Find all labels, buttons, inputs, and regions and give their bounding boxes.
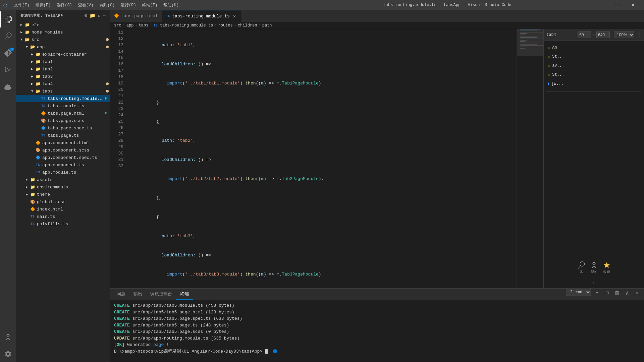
info-text: [W... (551, 81, 564, 86)
menu-run[interactable]: 运行(R) (118, 2, 139, 9)
menu-select[interactable]: 选择(S) (54, 2, 75, 9)
tree-item-tabs-page-html[interactable]: ▶ 🔶 tabs.page.html M (16, 110, 110, 117)
html-file-icon: 🔶 (30, 206, 36, 212)
tree-item-label: tabs.page.html (48, 111, 105, 116)
activity-extensions[interactable] (0, 78, 16, 95)
folder-open-icon: 📂 (35, 88, 41, 94)
toolbar-icon1[interactable]: ⋮ (637, 32, 641, 38)
tree-item-src[interactable]: ▼ 📂 src (16, 36, 110, 43)
sidebar-tree: ▶ 📁 e2e ▶ 📁 node_modules ▼ 📂 src ▼ 📂 (16, 21, 110, 362)
editor-tab-html[interactable]: 🔶 tabs.page.html (110, 10, 162, 22)
tab-terminal[interactable]: 终端 (176, 288, 193, 300)
tree-item-e2e[interactable]: ▶ 📁 e2e (16, 21, 110, 28)
goto-column-input[interactable] (596, 32, 610, 38)
tree-item-app-module-ts[interactable]: ▶ TS app.module.ts (16, 169, 110, 176)
tree-item-tabs-page-spec[interactable]: ▶ 🔷 tabs.page.spec.ts (16, 124, 110, 132)
tree-item-tab4[interactable]: ▶ 📁 tab4 (16, 80, 110, 87)
panel-up-button[interactable]: ∧ (623, 289, 631, 297)
zoom-select[interactable]: 100% 75% 50% (614, 32, 634, 38)
menu-file[interactable]: 文件(F) (11, 2, 32, 9)
new-file-icon[interactable]: ⊕ (85, 13, 88, 18)
tree-item-global-scss[interactable]: ▶ 🎨 global.scss (16, 198, 110, 205)
close-panel-button[interactable]: ✕ (633, 289, 641, 297)
tree-item-tab3[interactable]: ▶ 📁 tab3 (16, 73, 110, 80)
editor-tab-ts[interactable]: TS tabs-routing.module.ts ✕ (162, 10, 241, 22)
bottom-tabs: 问题 输出 调试控制台 终端 2: cmd + ⊟ 🗑 ∧ ✕ (110, 289, 644, 300)
menu-goto[interactable]: 转到(G) (97, 2, 117, 9)
expand-right-icon[interactable]: › (593, 281, 595, 286)
breadcrumb-tabs[interactable]: tabs (139, 23, 149, 28)
new-folder-icon[interactable]: 📁 (90, 13, 96, 18)
close-button[interactable]: ✕ (625, 0, 641, 10)
terminal-content[interactable]: CREATE src/app/tab5/tab5.module.ts (458 … (110, 300, 644, 362)
code-content[interactable]: path: 'tab1', loadChildren: () => import… (127, 29, 517, 288)
terminal-select[interactable]: 2: cmd (566, 288, 591, 296)
tree-item-theme[interactable]: ▶ 📁 theme (16, 191, 110, 198)
tree-item-app-component-scss[interactable]: ▶ 🎨 app.component.scss (16, 146, 110, 154)
tree-item-label: app.component.html (42, 140, 110, 145)
tree-item-tabs-page-scss[interactable]: ▶ 🎨 tabs.page.scss (16, 117, 110, 124)
arrow-icon: ▶ (19, 29, 24, 35)
tree-item-index-html[interactable]: ▶ 🔶 index.html (16, 205, 110, 213)
delete-terminal-button[interactable]: 🗑 (613, 289, 621, 297)
tree-item-environments[interactable]: ▶ 📁 environments (16, 183, 110, 191)
html-file-icon: 🔶 (40, 110, 46, 116)
line-num-16: 16 (113, 61, 123, 67)
tab-close-button[interactable]: ✕ (232, 13, 237, 19)
breadcrumb-children[interactable]: children (238, 23, 257, 28)
code-area[interactable]: 11 12 13 14 15 16 17 18 19 20 21 22 23 2… (110, 29, 517, 288)
tab-debug-console[interactable]: 调试控制台 (146, 288, 176, 300)
code-line-21: path: 'tab3', (130, 233, 513, 239)
search-section[interactable]: 讯 (578, 261, 585, 274)
split-terminal-button[interactable]: ⊟ (603, 289, 611, 297)
activity-explorer[interactable] (0, 11, 16, 27)
goto-line-input[interactable] (578, 32, 591, 38)
breadcrumb-path[interactable]: path (262, 23, 272, 28)
tree-item-polyfills-ts[interactable]: ▶ TS polyfills.ts (16, 220, 110, 228)
breadcrumb-routes[interactable]: routes (218, 23, 233, 28)
tree-item-app-component-ts[interactable]: ▶ TS app.component.ts (16, 161, 110, 169)
refresh-icon[interactable]: ↻ (98, 13, 101, 18)
activity-search[interactable] (0, 28, 16, 44)
window-title: tabs-routing.module.ts — tabsApp — Visua… (303, 3, 592, 7)
tab-problems[interactable]: 问题 (113, 288, 129, 300)
activity-run[interactable] (0, 62, 16, 78)
collapse-all-icon[interactable]: ⋯ (103, 13, 106, 18)
tree-item-tab1[interactable]: ▶ 📁 tab1 (16, 58, 110, 65)
breadcrumb-app[interactable]: app (126, 23, 134, 28)
tree-item-tabs-page-ts[interactable]: ▶ TS tabs.page.ts (16, 132, 110, 139)
terminal-line-1: CREATE src/app/tab5/tab5.module.ts (458 … (114, 302, 640, 309)
tree-item-tabs-routing[interactable]: ▶ TS tabs-routing.module.ts M (16, 95, 110, 102)
activity-settings[interactable] (0, 346, 16, 362)
tree-item-assets[interactable]: ▶ 📁 assets (16, 176, 110, 183)
breadcrumb-src[interactable]: src (114, 23, 121, 28)
breadcrumb-sep: › (150, 23, 152, 28)
tree-item-tabs[interactable]: ▼ 📂 tabs (16, 87, 110, 95)
maximize-button[interactable]: □ (610, 0, 625, 10)
folder-icon: 📁 (35, 59, 41, 65)
tree-item-app-component-spec[interactable]: ▶ 🔷 app.component.spec.ts (16, 154, 110, 161)
tree-item-app-component-html[interactable]: ▶ 🔶 app.component.html (16, 139, 110, 146)
breadcrumb-file[interactable]: TS tabs-routing.module.ts (154, 23, 213, 28)
menu-view[interactable]: 查看(V) (75, 2, 96, 9)
tab-label: tabs-routing.module.ts (172, 14, 230, 19)
code-line-11: path: 'tab1', (130, 42, 513, 48)
menu-terminal[interactable]: 终端(T) (140, 2, 160, 9)
menu-edit[interactable]: 编辑(E) (33, 2, 54, 9)
activity-account[interactable] (0, 329, 16, 345)
tree-item-tabs-module[interactable]: ▶ TS tabs.module.ts (16, 102, 110, 110)
account-section[interactable]: 我的 (590, 261, 598, 274)
tree-item-tab2[interactable]: ▶ 📁 tab2 (16, 65, 110, 73)
minimize-button[interactable]: — (594, 0, 610, 10)
activity-git[interactable]: 9 (0, 45, 16, 61)
tab-output[interactable]: 输出 (129, 288, 146, 300)
menu-help[interactable]: 帮助(H) (161, 2, 181, 9)
add-terminal-button[interactable]: + (593, 289, 601, 297)
tree-item-app[interactable]: ▼ 📂 app (16, 43, 110, 51)
tree-item-node-modules[interactable]: ▶ 📁 node_modules (16, 28, 110, 36)
tree-item-main-ts[interactable]: ▶ TS main.ts (16, 213, 110, 220)
terminal-line-2: CREATE src/app/tab5/tab5.page.html (123 … (114, 309, 640, 316)
tree-item-explore-container[interactable]: ▶ 📁 explore-container (16, 51, 110, 58)
editor-area: 🔶 tabs.page.html TS tabs-routing.module.… (110, 10, 644, 362)
favorites-section[interactable]: 收藏 (603, 261, 610, 274)
